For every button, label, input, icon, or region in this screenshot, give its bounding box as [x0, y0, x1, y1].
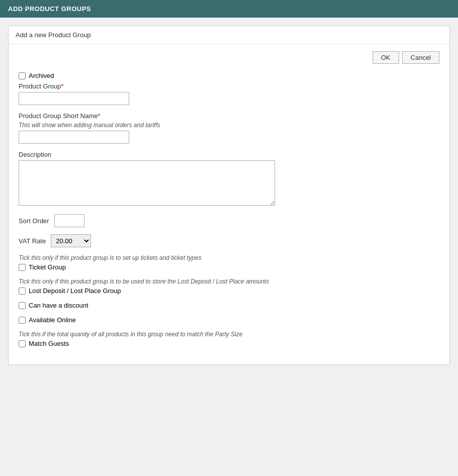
- ticket-group-label: Ticket Group: [29, 263, 66, 271]
- can-have-discount-row: Can have a discount: [19, 302, 439, 309]
- available-online-label: Available Online: [29, 316, 76, 324]
- page-title: ADD PRODUCT GROUPS: [8, 5, 91, 13]
- ticket-group-hint: Tick this only if this product group is …: [19, 254, 439, 261]
- product-group-short-name-group: Product Group Short Name* This will show…: [19, 112, 439, 144]
- lost-deposit-checkbox[interactable]: [19, 288, 26, 295]
- match-guests-row: Match Guests: [19, 340, 439, 347]
- available-online-section: Available Online: [19, 316, 439, 324]
- sort-order-label: Sort Order: [19, 217, 49, 225]
- product-group-group: Product Group*: [19, 82, 439, 105]
- required-star-2: *: [98, 112, 101, 120]
- vat-rate-label: VAT Rate: [19, 237, 46, 245]
- ticket-group-row: Ticket Group: [19, 263, 439, 271]
- description-group: Description: [19, 151, 439, 207]
- description-textarea[interactable]: [19, 160, 275, 206]
- available-online-row: Available Online: [19, 316, 439, 324]
- archived-row: Archived: [19, 72, 439, 79]
- lost-deposit-section: Tick this only if this product group is …: [19, 278, 439, 295]
- ticket-group-section: Tick this only if this product group is …: [19, 254, 439, 271]
- can-have-discount-checkbox[interactable]: [19, 302, 26, 309]
- button-row: OK Cancel: [19, 51, 439, 64]
- description-label: Description: [19, 151, 439, 158]
- archived-checkbox[interactable]: [19, 72, 26, 79]
- product-group-label: Product Group*: [19, 82, 439, 90]
- available-online-checkbox[interactable]: [19, 317, 26, 324]
- lost-deposit-label: Lost Deposit / Lost Place Group: [29, 287, 121, 295]
- cancel-button[interactable]: Cancel: [402, 51, 439, 64]
- product-group-short-name-label: Product Group Short Name*: [19, 112, 439, 120]
- archived-label: Archived: [29, 72, 54, 79]
- vat-rate-row: VAT Rate 20.00 5.00 0.00: [19, 234, 439, 247]
- match-guests-hint: Tick this if the total quanity of all pr…: [19, 331, 439, 338]
- main-container: Add a new Product Group OK Cancel Archiv…: [8, 26, 450, 365]
- match-guests-label: Match Guests: [29, 340, 69, 347]
- lost-deposit-hint: Tick this only if this product group is …: [19, 278, 439, 285]
- product-group-short-name-input[interactable]: [19, 131, 129, 144]
- product-group-short-name-hint: This will show when adding manual orders…: [19, 122, 439, 129]
- form-title: Add a new Product Group: [9, 26, 449, 44]
- required-star-1: *: [61, 82, 64, 90]
- sort-order-row: Sort Order: [19, 214, 439, 227]
- page-header: ADD PRODUCT GROUPS: [0, 0, 458, 18]
- product-group-input[interactable]: [19, 92, 129, 105]
- ticket-group-checkbox[interactable]: [19, 264, 26, 271]
- vat-rate-select[interactable]: 20.00 5.00 0.00: [51, 234, 91, 247]
- form-body: OK Cancel Archived Product Group* Produc…: [9, 44, 449, 364]
- match-guests-section: Tick this if the total quanity of all pr…: [19, 331, 439, 347]
- lost-deposit-row: Lost Deposit / Lost Place Group: [19, 287, 439, 295]
- can-have-discount-section: Can have a discount: [19, 302, 439, 309]
- ok-button[interactable]: OK: [373, 51, 399, 64]
- sort-order-input[interactable]: [54, 214, 84, 227]
- can-have-discount-label: Can have a discount: [29, 302, 88, 309]
- match-guests-checkbox[interactable]: [19, 340, 26, 347]
